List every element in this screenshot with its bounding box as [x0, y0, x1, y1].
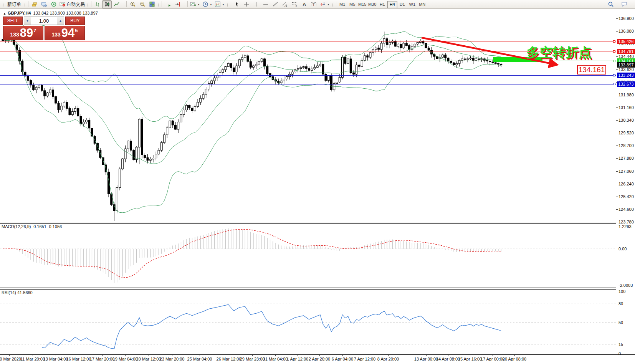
price-tick-mark — [616, 184, 618, 184]
line-anchor-icon[interactable] — [613, 50, 615, 53]
dropdown-arrow-icon[interactable]: ▼ — [197, 3, 200, 6]
dropdown-arrow-icon[interactable]: ▼ — [210, 3, 212, 6]
time-tick-mark — [200, 355, 200, 356]
line-anchor-icon[interactable] — [613, 60, 615, 62]
toolbar-separator — [28, 1, 28, 7]
timeframe-d1-button[interactable]: D1 — [397, 1, 407, 8]
turning-point-annotation[interactable]: 多空转折点 — [526, 44, 592, 61]
candle-chart-button[interactable] — [102, 0, 112, 8]
time-tick-mark — [319, 355, 320, 356]
time-tick-label: 20 Mar 12:00 — [136, 357, 161, 361]
timeframe-m5-button[interactable]: M5 — [347, 1, 357, 8]
price-callout-box[interactable]: 134.161 — [577, 65, 606, 74]
toolbar-drag-handle[interactable] — [24, 2, 26, 7]
toolbar-drag-handle[interactable] — [332, 2, 334, 7]
gold-icon[interactable] — [30, 0, 39, 8]
time-tick-label: 20 Apr 08:00 — [503, 357, 526, 361]
dropdown-arrow-icon[interactable]: ▼ — [222, 3, 225, 6]
dropdown-arrow-icon[interactable]: ▼ — [327, 3, 330, 6]
candle-chart-icon — [104, 1, 110, 7]
current-price-label: 133.897 — [617, 62, 635, 68]
channel-button[interactable]: E — [280, 0, 290, 8]
time-tick-mark — [79, 355, 79, 356]
arrows-button[interactable]: ▼ — [319, 0, 331, 8]
sell-price-display[interactable]: 133 89 7 — [3, 26, 43, 40]
toolbar-drag-handle[interactable] — [122, 2, 124, 7]
hline-icon — [263, 1, 269, 7]
indicator-list-button[interactable]: ▼ — [213, 0, 226, 8]
gold-icon — [31, 1, 38, 7]
chat-icon — [621, 1, 627, 7]
new-chart-button[interactable]: ▼ — [189, 0, 201, 8]
autotrading-button[interactable]: 自动交易 — [58, 0, 86, 8]
toolbar-drag-handle[interactable] — [184, 2, 185, 7]
time-tick-mark — [33, 355, 33, 356]
buy-button[interactable]: BUY — [65, 17, 85, 25]
volume-increase-button[interactable]: ▲ — [57, 17, 64, 25]
volume-input[interactable] — [31, 17, 57, 25]
auto-scroll-button[interactable] — [163, 0, 173, 8]
label-button[interactable]: T — [309, 0, 319, 8]
profiles-button[interactable]: ▼ — [201, 0, 213, 8]
toolbar-separator — [336, 1, 336, 7]
vline-button[interactable] — [251, 0, 261, 8]
time-tick-mark — [365, 355, 365, 356]
line-anchor-icon[interactable] — [613, 83, 615, 85]
price-tick-mark — [616, 31, 618, 31]
sell-button[interactable]: SELL — [3, 17, 23, 25]
chat-button[interactable] — [619, 0, 629, 8]
rsi-pane-canvas[interactable] — [0, 288, 616, 354]
time-tick-label: 31 Mar 04:00 — [263, 357, 288, 361]
zoom-out-button[interactable] — [137, 0, 147, 8]
line-chart-button[interactable] — [112, 0, 121, 8]
autotrading-icon — [60, 1, 66, 7]
timeframe-h4-button[interactable]: H4 — [387, 1, 397, 8]
timeframe-m15-button[interactable]: M15 — [357, 1, 367, 8]
toolbar-drag-handle[interactable] — [227, 2, 228, 7]
trendline-button[interactable] — [271, 0, 280, 8]
chart-shift-button[interactable] — [173, 0, 182, 8]
new-order-button[interactable]: 新订单 — [5, 0, 23, 8]
toolbar-drag-handle[interactable] — [158, 2, 159, 7]
tile-windows-button[interactable] — [147, 0, 157, 8]
auto-scroll-icon — [165, 1, 171, 7]
line-anchor-icon[interactable] — [613, 40, 615, 43]
chart-title: ▲GBPJPY,H4 133.842 133.900 133.838 133.8… — [3, 11, 98, 15]
fibonacci-icon: F — [291, 1, 298, 7]
chart-area[interactable]: 136.900136.080135.260134.440133.620132.8… — [0, 9, 635, 364]
terminal-icon[interactable] — [39, 0, 49, 8]
cursor-button[interactable] — [232, 0, 242, 8]
time-tick-label: 13 Apr 00:00 — [414, 357, 438, 361]
timeframe-mn-button[interactable]: MN — [417, 1, 427, 8]
price-tick-mark — [616, 95, 618, 95]
macd-pane-canvas[interactable] — [0, 223, 616, 287]
buy-price-display[interactable]: 133 94 5 — [45, 26, 85, 40]
main-chart-canvas[interactable] — [0, 9, 616, 222]
connection-icon[interactable] — [49, 0, 58, 8]
bar-chart-button[interactable] — [93, 0, 102, 8]
toolbar-drag-handle[interactable] — [3, 2, 4, 7]
timeframe-h1-button[interactable]: H1 — [377, 1, 387, 8]
fibonacci-button[interactable]: F — [290, 0, 299, 8]
time-tick-label: 8 Apr 20:00 — [377, 357, 399, 361]
toolbar-separator — [231, 1, 231, 7]
time-axis[interactable]: 10 Mar 202011 Mar 20:0013 Mar 04:0016 Ma… — [0, 354, 635, 364]
timeframe-w1-button[interactable]: W1 — [407, 1, 417, 8]
time-tick-mark — [342, 355, 343, 356]
volume-decrease-button[interactable]: ▼ — [24, 17, 31, 25]
new-chart-icon — [190, 1, 196, 7]
line-anchor-icon[interactable] — [613, 74, 615, 76]
price-tick-mark — [616, 120, 618, 121]
text-button[interactable]: A — [299, 0, 309, 8]
collapse-panel-icon[interactable]: ▲ — [3, 12, 6, 15]
timeframe-m1-button[interactable]: M1 — [337, 1, 347, 8]
hline-button[interactable] — [261, 0, 271, 8]
svg-text:E: E — [286, 5, 287, 7]
timeframe-m30-button[interactable]: M30 — [367, 1, 377, 8]
search-button[interactable] — [606, 0, 615, 8]
price-tick-mark — [616, 171, 618, 172]
crosshair-button[interactable] — [242, 0, 251, 8]
zoom-in-button[interactable] — [128, 0, 137, 8]
price-axis[interactable]: 136.900136.080135.260134.440133.620132.8… — [616, 9, 635, 354]
toolbar-drag-handle[interactable] — [87, 2, 89, 7]
